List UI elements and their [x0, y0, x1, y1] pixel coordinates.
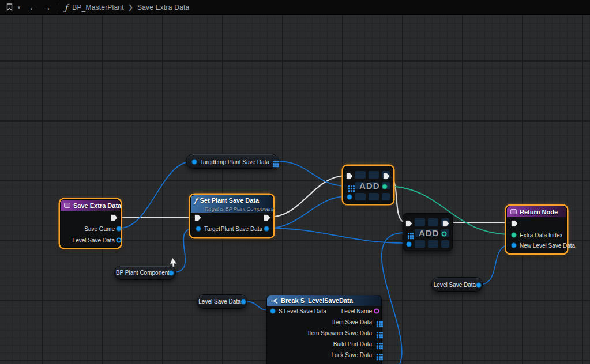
new-level-save-data-pin[interactable] [512, 243, 517, 248]
array-pin[interactable] [408, 233, 409, 234]
save-game-pin[interactable] [117, 226, 122, 232]
mouse-cursor [169, 257, 181, 268]
output-pin[interactable] [476, 283, 482, 288]
item-save-data-pin[interactable] [377, 321, 378, 323]
level-name-pin[interactable] [374, 309, 379, 314]
add-node-label: ADD [419, 228, 439, 238]
exec-out-pin[interactable] [111, 215, 118, 221]
node-header[interactable]: 𝑓 Set Plant Save Data Target is BP Plant… [191, 195, 273, 213]
node-level-save-data-left[interactable]: Level Save Data [197, 294, 247, 309]
forward-button[interactable]: → [40, 0, 54, 15]
target-pin[interactable] [196, 226, 201, 232]
pin-label: Plant Save Data [221, 226, 262, 232]
chevron-down-icon[interactable]: ▾ [16, 0, 22, 15]
function-result-icon [510, 209, 517, 214]
node-header[interactable]: Break S_LevelSaveData [267, 295, 381, 306]
node-title: Save Extra Data [73, 202, 121, 209]
pin-label: S Level Save Data [279, 308, 326, 314]
exec-in-pin[interactable] [195, 215, 201, 221]
toolbar-divider [58, 3, 58, 12]
node-level-save-data-right[interactable]: Level Save Data [431, 277, 483, 292]
wire-exec-set-to-add1 [269, 176, 347, 217]
node-bp-plant-component[interactable]: BP Plant Component [114, 266, 176, 280]
exec-in-pin[interactable] [406, 221, 412, 227]
function-graph-icon: ƒ [65, 3, 67, 12]
node-header[interactable]: Save Extra Data [61, 200, 120, 211]
node-temp-plant-save-data[interactable]: Target Temp Plant Save Data [186, 154, 279, 169]
wire-break-to-add2-array [378, 233, 405, 364]
node-array-add-2[interactable]: ADD [403, 213, 453, 251]
pin-label: Build Part Data [333, 341, 372, 347]
node-title: Return Node [520, 208, 558, 215]
exec-in-pin[interactable] [512, 221, 518, 227]
extra-data-index-pin[interactable] [512, 233, 517, 238]
wire-plantdata-to-add1-item [269, 196, 347, 228]
pin-label: Temp Plant Save Data [212, 159, 270, 165]
node-subtitle: Target is BP Plant Component [194, 206, 269, 212]
node-array-add-1[interactable]: ADD [343, 166, 393, 204]
pin-label: Target [204, 226, 220, 232]
back-button[interactable]: ← [26, 0, 40, 15]
item-pin[interactable] [347, 195, 352, 200]
node-title: Break S_LevelSaveData [281, 297, 353, 304]
pin-label: Level Save Data [73, 237, 115, 244]
target-pin[interactable] [192, 160, 197, 165]
output-pin[interactable] [241, 299, 246, 305]
wire-savegame-to-target [119, 161, 193, 228]
item-pin[interactable] [407, 242, 412, 247]
exec-in-pin[interactable] [347, 173, 353, 180]
bookmark-icon[interactable] [3, 0, 16, 15]
build-part-data-pin[interactable] [377, 343, 378, 344]
array-output-pin[interactable] [273, 161, 275, 162]
wire-temparray-to-add1 [278, 161, 346, 186]
variable-label: Level Save Data [434, 282, 476, 288]
array-pin[interactable] [348, 185, 350, 187]
pin-label: Extra Data Index [520, 232, 562, 238]
function-entry-icon [64, 203, 70, 208]
node-save-extra-data[interactable]: Save Extra Data Save Game Level Save Dat… [60, 199, 121, 248]
breadcrumb-separator-icon: ❯ [128, 3, 133, 11]
pin-label: Item Save Data [332, 319, 372, 325]
index-out-pin[interactable] [382, 184, 388, 189]
function-icon: 𝑓 [194, 196, 197, 204]
pin-label: Level Name [341, 308, 372, 314]
output-pin[interactable] [169, 271, 174, 276]
pin-label: Save Game [84, 226, 115, 232]
variable-label: Level Save Data [198, 298, 240, 305]
s-level-save-data-pin[interactable] [270, 309, 276, 314]
node-header[interactable]: Return Node [507, 206, 566, 217]
pin-label: New Level Save Data [520, 242, 575, 249]
pin-label: Lock Save Data [331, 352, 372, 358]
node-set-plant-save-data[interactable]: 𝑓 Set Plant Save Data Target is BP Plant… [190, 195, 273, 237]
item-spawner-save-data-pin[interactable] [377, 332, 378, 333]
blueprint-graph-canvas[interactable]: Save Extra Data Save Game Level Save Dat… [0, 0, 590, 364]
index-out-pin[interactable] [442, 232, 447, 237]
breadcrumb-current[interactable]: Save Extra Data [137, 3, 189, 12]
add-node-label: ADD [359, 181, 380, 191]
node-break-s-levelsavedata[interactable]: Break S_LevelSaveData S Level Save Data … [266, 295, 382, 364]
graph-toolbar: ▾ ← → ƒ BP_MasterPlant ❯ Save Extra Data [0, 0, 590, 15]
level-save-data-pin[interactable] [117, 238, 122, 243]
break-struct-icon [270, 298, 278, 304]
lock-save-data-pin[interactable] [377, 354, 378, 355]
node-return[interactable]: Return Node Extra Data Index New Level S… [506, 206, 567, 253]
exec-out-pin[interactable] [264, 215, 270, 221]
plant-save-data-pin[interactable] [264, 226, 269, 232]
variable-label: BP Plant Component [116, 270, 170, 276]
pin-label: Item Spawner Save Data [308, 330, 372, 336]
node-title: Set Plant Save Data [200, 197, 259, 204]
breadcrumb-parent[interactable]: BP_MasterPlant [72, 3, 124, 12]
